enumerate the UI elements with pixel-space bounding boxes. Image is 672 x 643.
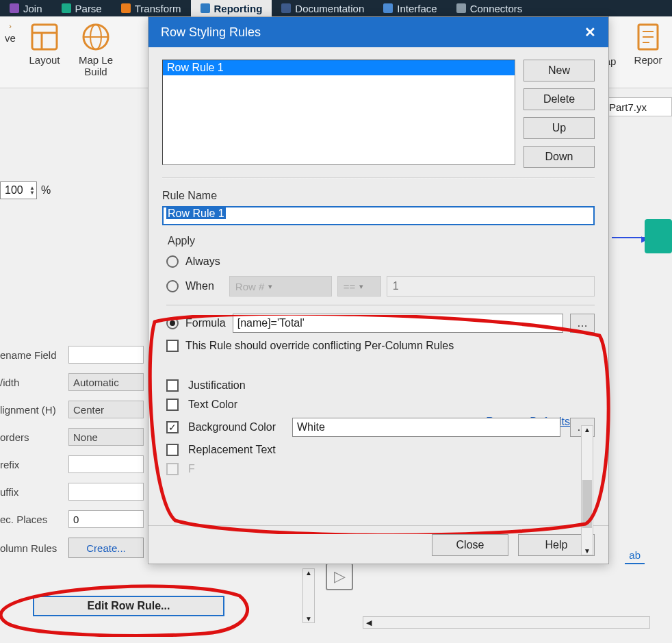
- apply-when-label: When: [185, 280, 214, 292]
- move-down-button[interactable]: Down: [524, 146, 595, 168]
- apply-always-row[interactable]: Always: [166, 255, 595, 268]
- when-value-input[interactable]: 1: [387, 276, 595, 297]
- background-color-checkbox[interactable]: [166, 421, 179, 433]
- new-rule-button[interactable]: New: [524, 60, 595, 81]
- when-operator-select[interactable]: ==▾: [337, 276, 381, 297]
- borders-label: orders: [0, 431, 68, 443]
- text-color-row[interactable]: Text Color: [166, 399, 595, 411]
- override-checkbox[interactable]: [166, 340, 179, 352]
- new-label: New: [548, 64, 570, 77]
- replacement-text-row[interactable]: Replacement Text: [166, 444, 595, 456]
- width-select[interactable]: Automatic: [68, 373, 144, 391]
- alignment-label: lignment (H): [0, 404, 68, 416]
- apply-when-row[interactable]: When Row #▾ ==▾ 1: [166, 276, 595, 297]
- zoom-spinner[interactable]: 100 ▲▼: [0, 181, 37, 199]
- formula-input[interactable]: [name]='Total': [233, 314, 563, 333]
- tab-interface-label: Interface: [397, 3, 437, 14]
- text-color-checkbox[interactable]: [166, 399, 179, 411]
- tab-transform-label: Transform: [135, 3, 181, 14]
- dec-places-input[interactable]: 0: [68, 510, 144, 528]
- tab-join[interactable]: Join: [0, 0, 52, 16]
- tab-parse-label: Parse: [75, 3, 102, 14]
- dec-places-label: ec. Places: [0, 514, 68, 525]
- close-icon[interactable]: ✕: [584, 24, 596, 40]
- rule-name-value: Row Rule 1: [166, 207, 226, 219]
- justification-checkbox[interactable]: [166, 379, 179, 392]
- width-value: Automatic: [73, 377, 119, 388]
- background-color-row[interactable]: Background Color White …: [166, 418, 595, 437]
- apply-formula-label: Formula: [185, 317, 226, 329]
- apply-formula-row[interactable]: Formula [name]='Total' …: [166, 314, 595, 333]
- radio-when[interactable]: [166, 280, 179, 292]
- dialog-titlebar: Row Styling Rules ✕: [148, 17, 608, 47]
- prefix-label: refix: [0, 459, 68, 470]
- style-formula-checkbox[interactable]: [166, 463, 179, 475]
- text-color-label: Text Color: [188, 399, 237, 411]
- dialog-title: Row Styling Rules: [161, 25, 261, 40]
- background-color-label: Background Color: [188, 421, 283, 433]
- close-button[interactable]: Close: [432, 534, 508, 556]
- tab-connectors[interactable]: Connectors: [447, 0, 532, 16]
- delete-rule-button[interactable]: Delete: [524, 88, 595, 110]
- rule-name-input[interactable]: Row Rule 1: [162, 206, 595, 225]
- replacement-text-checkbox[interactable]: [166, 444, 179, 456]
- scroll-thumb[interactable]: [582, 480, 592, 528]
- style-options-pane: Justification Text Color Background Colo…: [162, 373, 595, 499]
- rule-list-item[interactable]: Row Rule 1: [163, 60, 515, 75]
- tab-connectors-label: Connectors: [470, 3, 523, 14]
- delete-label: Delete: [543, 93, 575, 105]
- horizontal-scrollbar[interactable]: ◀: [363, 616, 650, 629]
- create-column-rules-button[interactable]: Create...: [68, 538, 144, 558]
- when-field-select[interactable]: Row #▾: [229, 276, 332, 297]
- globe-icon: [81, 22, 111, 52]
- suffix-input[interactable]: [68, 483, 144, 501]
- ribbon-item-left-partial[interactable]: › ve: [0, 16, 21, 88]
- rename-field-input[interactable]: [68, 346, 144, 364]
- style-pane-scrollbar[interactable]: ▲ ▼: [581, 425, 593, 555]
- formula-browse-button[interactable]: …: [570, 314, 595, 333]
- move-up-button[interactable]: Up: [524, 117, 595, 139]
- radio-always[interactable]: [166, 255, 179, 268]
- borders-value: None: [73, 431, 98, 443]
- tab-transform[interactable]: Transform: [112, 0, 191, 16]
- apply-group: Apply Always When Row #▾ ==▾ 1 Formula […: [162, 235, 595, 352]
- up-label: Up: [552, 122, 566, 134]
- radio-formula[interactable]: [166, 317, 179, 329]
- edit-row-rule-button[interactable]: Edit Row Rule...: [33, 596, 224, 616]
- ribbon-item-report[interactable]: Repor: [624, 16, 672, 88]
- tab-reporting[interactable]: Reporting: [191, 0, 272, 16]
- ribbon-item-ve-label: ve: [5, 33, 16, 45]
- dialog-footer: Close Help: [148, 525, 608, 564]
- override-row[interactable]: This Rule should override conflicting Pe…: [166, 340, 595, 352]
- edit-row-rule-label: Edit Row Rule...: [88, 600, 170, 612]
- dialog-body: Row Rule 1 New Delete Up Down Rule Name …: [148, 47, 608, 525]
- alignment-select[interactable]: Center: [68, 401, 144, 418]
- results-tab[interactable]: ab: [625, 546, 645, 564]
- zoom-unit: %: [41, 184, 51, 197]
- rule-name-label: Rule Name: [162, 190, 595, 202]
- canvas-tool-node[interactable]: [645, 219, 672, 253]
- page-icon: ▷: [326, 563, 353, 590]
- ribbon-item-map-builder[interactable]: Map Le Build: [68, 16, 123, 88]
- borders-select[interactable]: None: [68, 428, 144, 446]
- scroll-up-icon[interactable]: ▲: [584, 426, 591, 433]
- style-formula-row[interactable]: F: [166, 463, 595, 475]
- ribbon-item-layout-label: Layout: [29, 55, 60, 66]
- tab-join-label: Join: [23, 3, 42, 14]
- vertical-scrollbar[interactable]: ▲▼: [302, 568, 315, 623]
- tab-documentation[interactable]: Documentation: [272, 0, 374, 16]
- prefix-input[interactable]: [68, 455, 144, 473]
- spinner-arrows-icon[interactable]: ▲▼: [29, 186, 35, 195]
- report-icon: [633, 22, 663, 52]
- rule-list-item-label: Row Rule 1: [167, 62, 224, 73]
- tab-parse[interactable]: Parse: [52, 0, 112, 16]
- background-color-input[interactable]: White: [292, 418, 560, 437]
- ribbon-item-layout[interactable]: Layout: [21, 16, 68, 88]
- scroll-down-icon[interactable]: ▼: [584, 547, 591, 555]
- results-tab-label: ab: [629, 549, 641, 561]
- rule-list[interactable]: Row Rule 1: [162, 60, 515, 165]
- canvas-wire: [612, 237, 645, 238]
- justification-row[interactable]: Justification: [166, 379, 595, 392]
- tab-interface[interactable]: Interface: [374, 0, 446, 16]
- apply-always-label: Always: [185, 255, 220, 268]
